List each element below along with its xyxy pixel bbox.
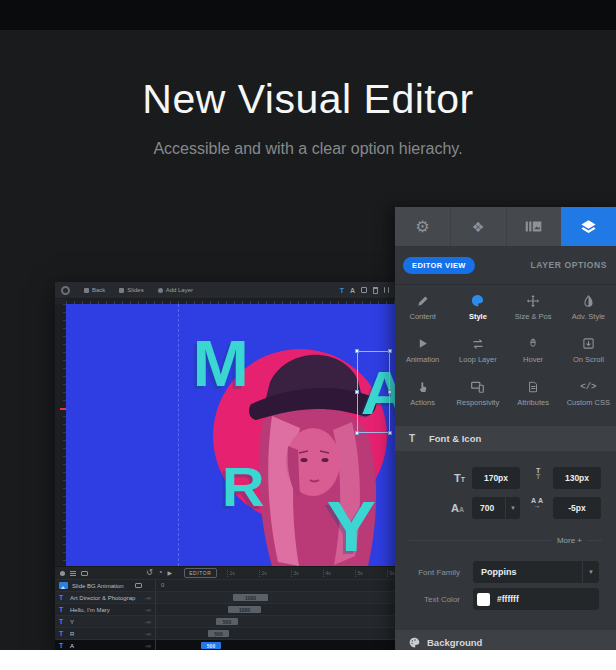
- selection-box[interactable]: [357, 351, 390, 433]
- trash-icon[interactable]: [373, 287, 378, 294]
- option-adv-style[interactable]: Adv. Style: [561, 285, 616, 328]
- ruler-tick: 3s: [291, 570, 323, 577]
- slides-button[interactable]: Slides: [119, 287, 143, 293]
- undo-icon[interactable]: ↺: [146, 569, 153, 577]
- infinity-icon: -∞: [145, 643, 151, 649]
- more-toggle[interactable]: More +: [409, 536, 602, 545]
- image-layer-icon: [59, 582, 68, 589]
- color-swatch[interactable]: [477, 593, 490, 606]
- play-icon[interactable]: ▶: [168, 570, 173, 576]
- timer-icon[interactable]: ◔: [158, 569, 163, 577]
- option-size-pos[interactable]: Size & Pos: [506, 285, 561, 328]
- list-view-icon[interactable]: [70, 571, 76, 576]
- option-attributes[interactable]: Attributes: [506, 372, 561, 415]
- tab-slides[interactable]: [506, 207, 562, 246]
- selection-handle[interactable]: [388, 431, 392, 435]
- infinity-icon: -∞: [145, 607, 151, 613]
- timeline-marker: 0: [161, 582, 164, 588]
- timeline-toolbar: ↺ ◔ ▶ EDITOR 1s 2s 3s 4s 5s 6s: [55, 566, 395, 579]
- font-size-input[interactable]: [472, 467, 520, 489]
- options-grid: Content Style Size & Pos Adv. Style Anim…: [395, 285, 616, 415]
- editor-mode-button[interactable]: EDITOR: [184, 568, 216, 578]
- timeline-row[interactable]: TY-∞ 500: [55, 615, 395, 627]
- duplicate-icon[interactable]: [361, 287, 367, 293]
- infinity-icon: -∞: [145, 595, 151, 601]
- option-actions[interactable]: Actions: [395, 372, 450, 415]
- text-layer-icon: T: [59, 594, 66, 601]
- option-responsivity[interactable]: Responsivity: [450, 372, 505, 415]
- option-style[interactable]: Style: [450, 285, 505, 328]
- timeline-bar-selected[interactable]: 500: [201, 642, 221, 649]
- text-color-field[interactable]: #ffffff: [473, 588, 599, 610]
- ruler-tick: 5s: [355, 570, 387, 577]
- layer-letter-m[interactable]: M: [192, 332, 249, 396]
- layer-letter-r[interactable]: R: [222, 459, 265, 515]
- align-tool-button[interactable]: A: [350, 287, 355, 294]
- document-icon: [527, 379, 539, 395]
- timeline-row[interactable]: TR-∞ 500: [55, 627, 395, 639]
- slide-canvas[interactable]: M A R Y: [66, 304, 395, 566]
- layer-options-panel: ⚙ ❖ EDITOR VIEW LAYER OPTIONS Content St…: [395, 207, 616, 650]
- selection-handle[interactable]: [355, 349, 359, 353]
- visibility-icon[interactable]: [60, 571, 65, 576]
- add-layer-icon: [158, 288, 163, 293]
- section-title: Background: [427, 637, 482, 648]
- letter-spacing-icon: A A→: [531, 498, 543, 508]
- font-icon-section-header[interactable]: T Font & Icon: [395, 426, 616, 451]
- modules-icon: ❖: [472, 220, 485, 234]
- infinity-icon: -∞: [145, 619, 151, 625]
- add-layer-button[interactable]: Add Layer: [158, 287, 193, 293]
- selection-handle[interactable]: [388, 349, 392, 353]
- timeline-row[interactable]: THello, I'm Mary-∞ 1000: [55, 603, 395, 615]
- back-button[interactable]: Back: [84, 287, 105, 293]
- editor-window: Back Slides Add Layer T A: [55, 282, 395, 650]
- timeline-bar[interactable]: 1000: [228, 606, 261, 613]
- scroll-box-icon: [582, 336, 595, 352]
- more-options-icon[interactable]: [384, 287, 389, 293]
- text-layer-icon: T: [59, 630, 66, 637]
- text-tool-button[interactable]: T: [340, 287, 344, 294]
- option-hover[interactable]: Hover: [506, 328, 561, 371]
- type-icon: T: [409, 433, 423, 444]
- letter-spacing-input[interactable]: [553, 497, 601, 519]
- timeline-bar[interactable]: 1000: [233, 594, 268, 601]
- code-icon: </>: [580, 379, 596, 395]
- slides-icon: [525, 220, 542, 233]
- selection-handle[interactable]: [355, 431, 359, 435]
- camera-icon[interactable]: [135, 583, 142, 588]
- timeline-row-selected[interactable]: TA-∞ 500: [55, 639, 395, 650]
- time-ruler: 1s 2s 3s 4s 5s 6s: [227, 567, 395, 579]
- background-section-header[interactable]: Background: [395, 630, 616, 650]
- font-weight-select[interactable]: 700▼: [472, 497, 520, 519]
- option-custom-css[interactable]: </>Custom CSS: [561, 372, 616, 415]
- slides-icon: [119, 288, 124, 293]
- selection-handle[interactable]: [355, 390, 359, 394]
- loop-icon: [471, 336, 485, 352]
- font-family-dropdown[interactable]: Poppins ▼: [473, 561, 599, 583]
- layer-options-title: LAYER OPTIONS: [531, 260, 607, 270]
- text-layer-icon: T: [59, 642, 66, 649]
- move-icon: [526, 293, 540, 309]
- layer-letter-y[interactable]: Y: [327, 492, 377, 562]
- selection-handle[interactable]: [388, 390, 392, 394]
- line-height-input[interactable]: [553, 467, 601, 489]
- vertical-ruler: [55, 304, 66, 566]
- option-loop-layer[interactable]: Loop Layer: [450, 328, 505, 371]
- timeline-bar[interactable]: 500: [216, 618, 238, 625]
- option-animation[interactable]: Animation: [395, 328, 450, 371]
- alignment-guide: [178, 304, 179, 566]
- tab-settings[interactable]: ⚙: [395, 207, 450, 246]
- timeline-row-bg[interactable]: Slide BG Animation 0: [55, 579, 395, 591]
- text-color-label: Text Color: [395, 595, 460, 604]
- option-on-scroll[interactable]: On Scroll: [561, 328, 616, 371]
- gear-icon: ⚙: [415, 219, 429, 235]
- editor-view-badge[interactable]: EDITOR VIEW: [403, 257, 475, 274]
- page-subtitle: Accessible and with a clear option hiera…: [0, 140, 616, 158]
- timeline-bar[interactable]: 500: [208, 630, 229, 637]
- option-content[interactable]: Content: [395, 285, 450, 328]
- timeline-row[interactable]: TArt Director & Photograp-∞ 1000: [55, 591, 395, 603]
- folder-icon[interactable]: [81, 571, 88, 576]
- palette-icon: [408, 636, 421, 649]
- tab-modules[interactable]: ❖: [450, 207, 506, 246]
- tab-layers[interactable]: [561, 207, 616, 246]
